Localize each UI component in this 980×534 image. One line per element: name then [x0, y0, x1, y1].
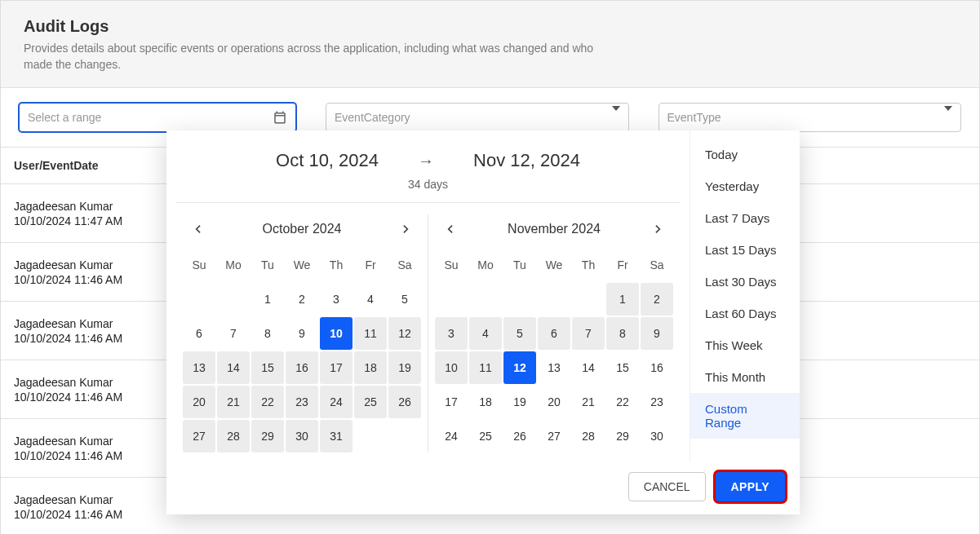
calendar-dow: Mo [469, 249, 502, 281]
calendar-day[interactable]: 8 [251, 317, 284, 350]
calendar-dow: Th [572, 249, 605, 281]
calendar-day[interactable]: 1 [606, 283, 639, 316]
calendar-day [572, 283, 605, 316]
cancel-button[interactable]: CANCEL [628, 472, 706, 501]
calendar-day[interactable]: 6 [538, 317, 570, 350]
calendar-day [217, 283, 250, 316]
preset-item[interactable]: Last 15 Days [690, 234, 800, 266]
calendar-day[interactable]: 18 [469, 386, 502, 418]
calendar-day[interactable]: 4 [469, 317, 502, 350]
calendar-day[interactable]: 2 [641, 283, 673, 316]
calendar-day[interactable]: 26 [503, 420, 536, 452]
calendar-day [183, 283, 215, 316]
calendar-dow: Mo [217, 249, 250, 281]
prev-month-button[interactable] [440, 219, 459, 239]
calendar-dow: We [286, 249, 318, 281]
calendar-day[interactable]: 8 [606, 317, 639, 350]
calendar-day[interactable]: 16 [286, 351, 318, 384]
calendar-dow: Th [320, 249, 353, 281]
calendar-day[interactable]: 3 [320, 283, 353, 316]
date-range-popover: Oct 10, 2024 → Nov 12, 2024 34 days Octo… [166, 130, 800, 514]
calendar-day[interactable]: 10 [435, 351, 468, 384]
calendar-day[interactable]: 24 [320, 386, 353, 418]
chevron-down-icon [944, 111, 952, 124]
preset-item[interactable]: Last 7 Days [690, 202, 800, 234]
calendar-day[interactable]: 6 [183, 317, 215, 350]
preset-item[interactable]: This Month [690, 361, 800, 393]
calendar-day[interactable]: 11 [354, 317, 387, 350]
preset-item[interactable]: This Week [690, 329, 800, 361]
calendar-day[interactable]: 30 [286, 420, 318, 452]
calendar-day[interactable]: 22 [251, 386, 284, 418]
calendar-left: October 2024 SuMoTuWeThFrSa1234567891011… [176, 214, 428, 452]
event-type-select[interactable]: EventType [659, 103, 962, 132]
calendar-day[interactable]: 2 [286, 283, 318, 316]
preset-item[interactable]: Custom Range [690, 393, 800, 439]
calendar-day[interactable]: 25 [469, 420, 502, 452]
calendar-day[interactable]: 25 [354, 386, 387, 418]
chevron-down-icon [612, 111, 620, 124]
preset-list: TodayYesterdayLast 7 DaysLast 15 DaysLas… [690, 130, 800, 462]
calendar-day[interactable]: 7 [217, 317, 250, 350]
apply-button[interactable]: APPLY [716, 472, 785, 501]
calendar-day[interactable]: 29 [251, 420, 284, 452]
prev-month-button[interactable] [188, 219, 207, 239]
calendar-dow: Sa [641, 249, 673, 281]
calendar-day[interactable]: 13 [538, 351, 570, 384]
calendar-day[interactable]: 10 [320, 317, 353, 350]
calendar-day[interactable]: 11 [469, 351, 502, 384]
calendar-day[interactable]: 29 [606, 420, 639, 452]
date-range-input[interactable]: Select a range [19, 103, 296, 132]
preset-item[interactable]: Yesterday [690, 170, 800, 202]
calendar-day[interactable]: 17 [435, 386, 468, 418]
calendar-day[interactable]: 5 [388, 283, 421, 316]
calendar-day[interactable]: 15 [606, 351, 639, 384]
calendar-day[interactable]: 5 [503, 317, 536, 350]
calendar-day[interactable]: 26 [388, 386, 421, 418]
next-month-button[interactable] [649, 219, 668, 239]
calendar-day[interactable]: 21 [572, 386, 605, 418]
event-category-select[interactable]: EventCategory [326, 103, 629, 132]
calendar-day[interactable]: 27 [183, 420, 215, 452]
calendar-day[interactable]: 13 [183, 351, 215, 384]
calendar-day[interactable]: 14 [572, 351, 605, 384]
calendar-day[interactable]: 20 [183, 386, 215, 418]
calendar-dow: Fr [606, 249, 639, 281]
calendar-day[interactable]: 12 [388, 317, 421, 350]
calendar-day[interactable]: 17 [320, 351, 353, 384]
calendar-day[interactable]: 4 [354, 283, 387, 316]
calendar-dow: Fr [354, 249, 387, 281]
calendar-dow: Tu [251, 249, 284, 281]
calendar-day[interactable]: 1 [251, 283, 284, 316]
calendar-day[interactable]: 23 [641, 386, 673, 418]
preset-item[interactable]: Last 60 Days [690, 298, 800, 329]
preset-item[interactable]: Today [690, 139, 800, 170]
calendar-day[interactable]: 19 [388, 351, 421, 384]
calendar-day[interactable]: 9 [286, 317, 318, 350]
calendar-day [435, 283, 468, 316]
calendar-day[interactable]: 28 [572, 420, 605, 452]
calendar-day[interactable]: 7 [572, 317, 605, 350]
calendar-day[interactable]: 12 [503, 351, 536, 384]
calendar-day [354, 420, 387, 452]
calendar-day[interactable]: 21 [217, 386, 250, 418]
calendar-day[interactable]: 20 [538, 386, 570, 418]
calendar-day[interactable]: 31 [320, 420, 353, 452]
preset-item[interactable]: Last 30 Days [690, 266, 800, 298]
calendar-day[interactable]: 24 [435, 420, 468, 452]
next-month-button[interactable] [397, 219, 416, 239]
calendar-day[interactable]: 22 [606, 386, 639, 418]
calendar-day[interactable]: 15 [251, 351, 284, 384]
calendar-day[interactable]: 27 [538, 420, 570, 452]
calendar-day[interactable]: 9 [641, 317, 673, 350]
calendar-day[interactable]: 16 [641, 351, 673, 384]
calendar-day[interactable]: 30 [641, 420, 673, 452]
calendar-day[interactable]: 18 [354, 351, 387, 384]
calendar-day[interactable]: 3 [435, 317, 468, 350]
event-type-placeholder: EventType [667, 111, 721, 124]
calendar-day[interactable]: 28 [217, 420, 250, 452]
calendar-dow: Su [435, 249, 468, 281]
calendar-day[interactable]: 14 [217, 351, 250, 384]
calendar-day[interactable]: 19 [503, 386, 536, 418]
calendar-day[interactable]: 23 [286, 386, 318, 418]
